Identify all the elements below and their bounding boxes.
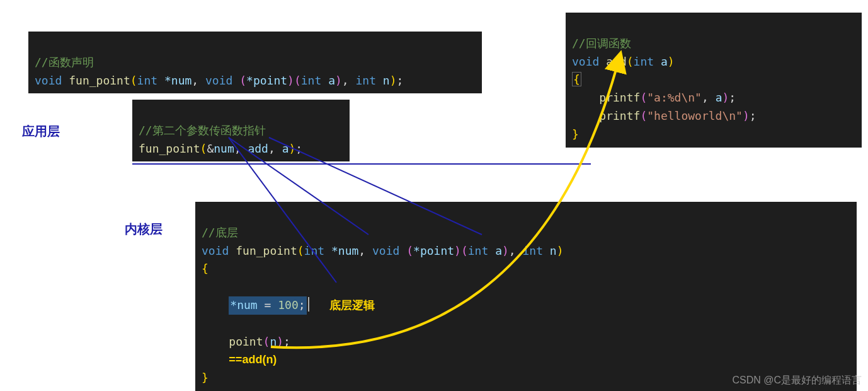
param-a: a xyxy=(328,74,335,87)
eq-add-annotation: ==add(n) xyxy=(229,353,277,366)
selected-code: *num = 100; xyxy=(229,296,306,315)
type-int: int xyxy=(137,74,158,87)
type-int3: int xyxy=(356,74,377,87)
printf-arg-a: a xyxy=(716,91,722,104)
point-call: point xyxy=(229,335,263,348)
fn-name: fun_point xyxy=(69,74,130,87)
impl-fn: fun_point xyxy=(236,244,297,257)
fn-call-name: fun_point xyxy=(139,142,200,155)
comment-impl: //底层 xyxy=(202,226,238,239)
impl-num: *num xyxy=(331,244,358,257)
code-block-callback: //回调函数 void add(int a) { printf("a:%d\n"… xyxy=(566,13,862,148)
printf2: printf xyxy=(599,109,640,122)
code-block-impl: //底层 void fun_point(int *num, void (*poi… xyxy=(195,202,857,391)
str2: "helloworld\n" xyxy=(647,109,743,122)
cb-int: int xyxy=(634,55,654,68)
arg-num: num xyxy=(214,142,234,155)
impl-void: void xyxy=(372,244,399,257)
app-layer-label: 应用层 xyxy=(22,123,60,140)
arg-a: a xyxy=(282,142,289,155)
str1: "a:%d\n" xyxy=(647,91,702,104)
type-int2: int xyxy=(301,74,322,87)
watermark: CSDN @C是最好的编程语言 xyxy=(732,374,862,387)
cb-fn: add xyxy=(606,55,627,68)
printf1: printf xyxy=(599,91,640,104)
comment-callback: //回调函数 xyxy=(572,37,631,50)
annotation-logic: 底层逻辑 xyxy=(329,299,375,312)
impl-int: int xyxy=(304,244,325,257)
impl-int3: int xyxy=(523,244,544,257)
impl-int2: int xyxy=(468,244,489,257)
impl-a: a xyxy=(495,244,502,257)
text-cursor xyxy=(308,297,309,312)
amp-op: & xyxy=(207,142,214,155)
cb-a: a xyxy=(661,55,668,68)
comment-call: //第二个参数传函数指针 xyxy=(139,124,266,137)
param-num: *num xyxy=(164,74,191,87)
code-block-declaration: //函数声明 void fun_point(int *num, void (*p… xyxy=(28,32,482,93)
kw-void: void xyxy=(35,74,62,87)
type-void: void xyxy=(205,74,232,87)
kernel-layer-label: 内核层 xyxy=(125,221,163,238)
cb-kw-void: void xyxy=(572,55,599,68)
point-arg: n xyxy=(270,335,277,348)
code-block-call: //第二个参数传函数指针 fun_point(&num, add, a); xyxy=(132,100,350,161)
comment-declaration: //函数声明 xyxy=(35,55,94,69)
impl-kw-void: void xyxy=(202,244,229,257)
arg-add: add xyxy=(248,142,268,155)
param-n: n xyxy=(383,74,390,87)
impl-n: n xyxy=(550,244,557,257)
